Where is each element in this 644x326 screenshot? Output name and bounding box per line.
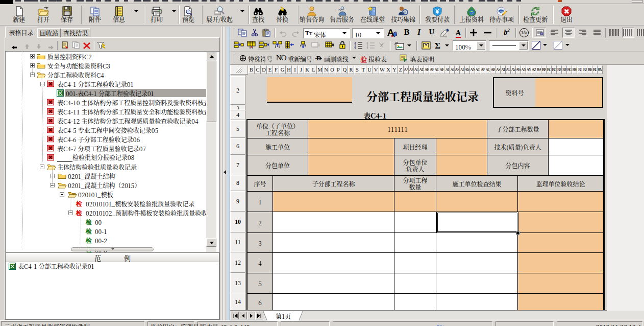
svg-text:DVD: DVD [499,10,504,13]
svg-text:1/a: 1/a [521,30,528,35]
